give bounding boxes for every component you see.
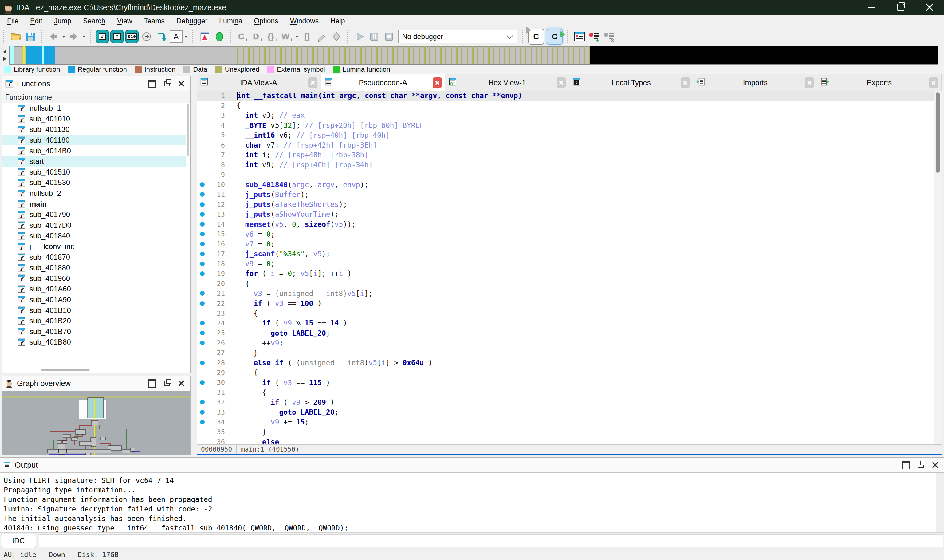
code-line[interactable]: 4 _BYTE v5[32]; // [rsp+20h] [rbp-60h] B… [197,120,934,130]
tab-close-icon[interactable] [433,77,442,88]
code-line[interactable]: 20 { [197,279,934,289]
navigate-forward-button[interactable] [67,30,80,43]
back-dropdown-caret[interactable] [61,30,66,43]
navigation-band[interactable] [9,46,938,65]
data-number-button[interactable]: # [95,30,109,43]
create-dropdown-caret[interactable] [294,30,300,43]
tab-close-icon[interactable] [929,77,938,88]
menu-lumina[interactable]: Lumina [213,16,248,26]
functions-horizontal-scrollbar[interactable] [41,369,90,371]
code-line[interactable]: 26 ++v9; [197,338,934,348]
ascii-button[interactable]: A [169,30,183,43]
function-row[interactable]: fsub_401880 [2,263,186,273]
debugger-start-button[interactable] [353,30,366,43]
menu-windows[interactable]: Windows [284,16,324,26]
function-row[interactable]: fnullsub_2 [2,188,186,199]
code-line[interactable]: 19 for ( i = 0; v5[i]; ++i ) [197,269,934,278]
code-line[interactable]: 33 goto LABEL_20; [197,407,934,417]
idc-cli-tab[interactable]: IDC [1,534,36,548]
pseudocode-scrollbar[interactable] [933,91,941,445]
function-row[interactable]: fsub_401B20 [2,315,186,326]
code-line[interactable]: 18 v9 = 0; [197,259,934,269]
float-icon[interactable] [164,381,170,386]
code-line[interactable]: 17 j_scanf("%34s", v5); [197,249,934,259]
function-row[interactable]: fsub_401530 [2,177,186,188]
code-line[interactable]: 2{ [197,100,934,110]
code-line[interactable]: 16 v7 = 0; [197,239,934,249]
navigate-back-button[interactable] [47,30,60,43]
colors-button[interactable] [198,30,211,43]
menu-teams[interactable]: Teams [138,16,171,26]
restore-button[interactable] [886,0,915,15]
data-binary-button[interactable]: 010 [125,30,138,43]
code-line[interactable]: 30 if ( v3 == 115 ) [197,377,934,387]
close-button[interactable] [915,0,944,15]
create-struct-button[interactable]: {}+ [265,30,279,43]
function-row[interactable]: fnullsub_1 [2,103,186,114]
debugger-select[interactable]: No debugger [398,30,517,43]
code-line[interactable]: 3 int v3; // eax [197,110,934,120]
close-icon[interactable] [178,380,184,387]
tab-local-types[interactable]: 0Local Types [569,74,693,91]
tab-close-icon[interactable] [805,77,814,88]
function-row[interactable]: fsub_401510 [2,167,186,178]
debugger-pause-button[interactable] [367,30,381,43]
minimize-button[interactable] [857,0,886,15]
menu-help[interactable]: Help [324,16,351,26]
tab-hex-view-1[interactable]: Hex View-1 [445,74,569,91]
maximize-icon[interactable] [902,461,910,469]
ascii-dropdown-caret[interactable] [183,30,189,43]
function-row[interactable]: fsub_401960 [2,273,186,284]
menu-edit[interactable]: Edit [24,16,48,26]
function-row[interactable]: fmain [2,198,186,209]
forward-dropdown-caret[interactable] [81,30,87,43]
code-line[interactable]: 36 else [197,437,934,445]
code-line[interactable]: 13 j_puts(aShowYourTime); [197,209,934,219]
jump-address-button[interactable] [140,30,153,43]
function-row[interactable]: fsub_401130 [2,124,186,135]
code-line[interactable]: 6 char v7; // [rsp+42h] [rbp-3Eh] [197,140,934,150]
code-line[interactable]: 9 [197,170,934,180]
compile-file-button[interactable]: C [528,29,544,45]
create-data-button[interactable]: D+ [251,30,264,43]
output-panel-header[interactable]: Output [0,458,944,473]
tab-imports[interactable]: Imports [693,74,817,91]
code-line[interactable]: 15 v6 = 0; [197,229,934,239]
function-row[interactable]: fj___lconv_init [2,241,186,252]
tab-close-icon[interactable] [557,77,566,88]
menu-jump[interactable]: Jump [48,16,77,26]
tab-ida-view-a[interactable]: IDA View-A [197,74,321,91]
code-line[interactable]: 24 if ( v9 % 15 == 14 ) [197,318,934,328]
create-segment-button[interactable]: W+ [280,30,294,43]
code-line[interactable]: 34 v9 += 15; [197,417,934,427]
lumina-button[interactable] [213,30,226,43]
data-text-button[interactable]: T [110,30,124,43]
function-row[interactable]: fsub_401B10 [2,305,186,315]
menu-search[interactable]: Search [77,16,111,26]
code-line[interactable]: 12 j_puts(aTakeTheShortes); [197,200,934,209]
breakpoint-disable-button[interactable] [602,30,616,43]
code-line[interactable]: 32 if ( v9 > 209 ) [197,397,934,407]
function-row[interactable]: fsub_401A90 [2,294,186,305]
debugger-stop-button[interactable] [382,30,396,43]
graph-overview-minimap[interactable] [2,391,190,455]
functions-vertical-scrollbar[interactable] [187,104,189,155]
edit-button[interactable] [315,30,329,43]
code-line[interactable]: 22 if ( v3 == 100 ) [197,298,934,308]
code-line[interactable]: 11 j_puts(Buffer); [197,190,934,200]
tab-exports[interactable]: Exports [817,74,941,91]
function-row[interactable]: fstart [2,156,186,167]
code-line[interactable]: 28 else if ( (unsigned __int8)v5[i] > 0x… [197,358,934,368]
functions-column-header[interactable]: Function name [2,91,190,103]
menu-view[interactable]: View [111,16,138,26]
code-line[interactable]: 29 { [197,368,934,377]
graph-overview-header[interactable]: Graph overview [2,376,190,391]
code-line[interactable]: 14 memset(v5, 0, sizeof(v5)); [197,219,934,229]
function-row[interactable]: fsub_401A60 [2,284,186,294]
tab-close-icon[interactable] [681,77,690,88]
code-line[interactable]: 35 } [197,427,934,437]
function-row[interactable]: fsub_401870 [2,252,186,263]
code-line[interactable]: 5 __int16 v6; // [rsp+40h] [rbp-40h] [197,130,934,140]
code-line[interactable]: 21 v3 = (unsigned __int8)v5[i]; [197,289,934,298]
menu-debugger[interactable]: Debugger [171,16,213,26]
